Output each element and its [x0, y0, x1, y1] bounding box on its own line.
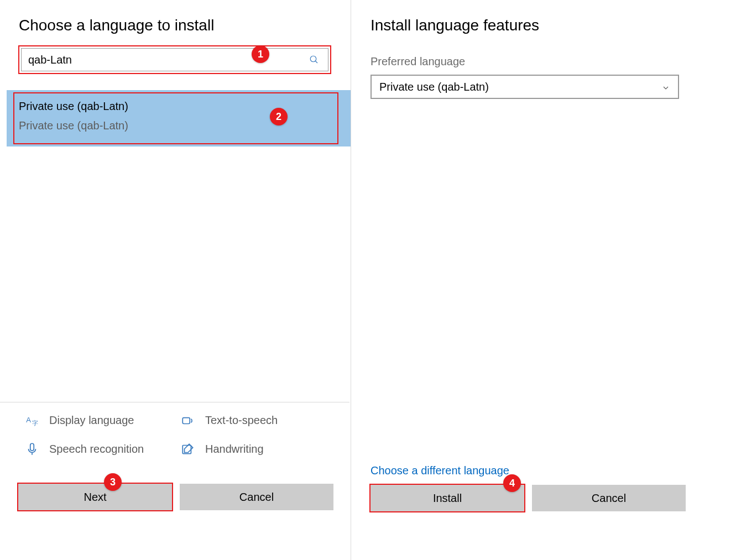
- handwriting-icon: [181, 442, 195, 456]
- result-secondary-text: Private use (qab-Latn): [19, 119, 128, 132]
- annotation-badge-4: 4: [503, 474, 521, 492]
- language-result-item[interactable]: Private use (qab-Latn) Private use (qab-…: [19, 100, 128, 132]
- preferred-language-label: Preferred language: [370, 55, 735, 68]
- svg-rect-4: [182, 418, 190, 424]
- svg-rect-5: [30, 443, 34, 451]
- features-legend: A字 Display language Text-to-speech Speec…: [25, 413, 337, 456]
- feature-label: Handwriting: [205, 443, 264, 456]
- feature-label: Display language: [49, 414, 134, 427]
- feature-display-language: A字 Display language: [25, 413, 181, 427]
- next-highlight: Next: [18, 484, 172, 510]
- feature-handwriting: Handwriting: [181, 442, 337, 456]
- annotation-badge-1: 1: [252, 45, 269, 63]
- cancel-button-left[interactable]: Cancel: [180, 484, 333, 510]
- speech-recognition-icon: [25, 442, 39, 456]
- left-button-row: Next Cancel: [18, 484, 333, 510]
- install-features-panel: Install language features Preferred lang…: [370, 0, 735, 560]
- features-divider: [0, 402, 349, 402]
- result-primary-text: Private use (qab-Latn): [19, 100, 128, 113]
- feature-text-to-speech: Text-to-speech: [181, 413, 337, 427]
- svg-point-0: [310, 56, 316, 62]
- choose-different-language-link[interactable]: Choose a different language: [370, 464, 509, 477]
- cancel-button-right[interactable]: Cancel: [532, 485, 686, 511]
- search-box[interactable]: [21, 48, 328, 71]
- feature-label: Text-to-speech: [205, 414, 278, 427]
- text-to-speech-icon: [181, 413, 195, 427]
- install-features-title: Install language features: [370, 17, 735, 34]
- preferred-language-dropdown[interactable]: Private use (qab-Latn): [370, 75, 679, 99]
- choose-language-panel: Choose a language to install Private use…: [0, 0, 349, 560]
- choose-language-title: Choose a language to install: [19, 17, 349, 34]
- search-icon: [307, 53, 321, 67]
- annotation-badge-2: 2: [270, 108, 288, 125]
- feature-speech-recognition: Speech recognition: [25, 442, 181, 456]
- dropdown-value: Private use (qab-Latn): [379, 81, 489, 93]
- next-button[interactable]: Next: [18, 484, 172, 510]
- annotation-badge-3: 3: [104, 473, 122, 491]
- feature-label: Speech recognition: [49, 443, 144, 456]
- svg-text:A: A: [26, 416, 31, 424]
- install-button[interactable]: Install: [370, 485, 524, 511]
- chevron-down-icon: [661, 82, 670, 91]
- search-highlight: [18, 45, 331, 74]
- right-button-row: Install Cancel: [370, 485, 686, 511]
- install-highlight: Install: [370, 485, 524, 511]
- display-language-icon: A字: [25, 413, 39, 427]
- svg-line-1: [315, 61, 317, 63]
- panel-divider: [351, 0, 351, 560]
- svg-text:字: 字: [32, 420, 38, 426]
